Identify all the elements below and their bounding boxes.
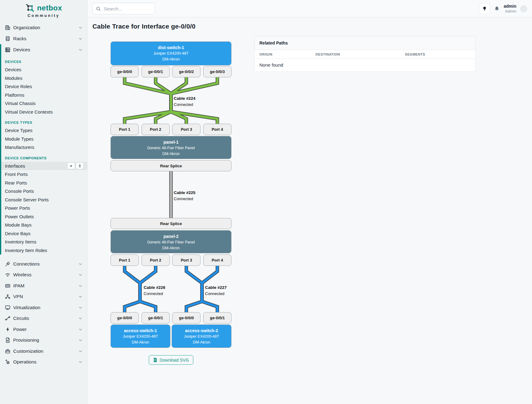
- user-menu[interactable]: admin Admin: [504, 4, 516, 14]
- node-panel-1[interactable]: panel-1 Generic 48-Pair Fiber Panel DM-A…: [111, 136, 231, 159]
- column-header-segments: SEGMENTS: [405, 52, 470, 56]
- port-ge-0-0-3[interactable]: ge-0/0/3: [203, 66, 231, 77]
- sub-item-label: Inventory Item Roles: [5, 248, 47, 253]
- sidebar-item-device-roles[interactable]: Device Roles: [1, 82, 87, 91]
- port-asw2-ge-0-0-1[interactable]: ge-0/0/1: [203, 312, 231, 324]
- cable-226-label: Cable #226 Connected: [144, 285, 165, 297]
- cable-link[interactable]: Cable #224: [174, 95, 196, 102]
- sidebar-item-platforms[interactable]: Platforms: [1, 91, 87, 99]
- port-ge-0-0-1[interactable]: ge-0/0/1: [142, 66, 170, 77]
- cable-link[interactable]: Cable #226: [144, 285, 165, 291]
- theme-toggle-button[interactable]: [479, 3, 490, 14]
- download-svg-label: Download SVG: [160, 358, 189, 363]
- rack-icon: [5, 36, 10, 41]
- sidebar-item-inventory-items[interactable]: Inventory Items: [1, 238, 87, 246]
- sidebar-item-provisioning[interactable]: Provisioning: [0, 335, 87, 346]
- sidebar-item-operations[interactable]: Operations: [0, 357, 87, 368]
- port-label: Port 3: [181, 127, 192, 132]
- related-paths-column-headers: ORIGIN DESTINATION SEGMENTS: [254, 50, 475, 59]
- node-dist-switch-1[interactable]: dist-switch-1 Juniper EX4200-48T DM-Akro…: [111, 41, 231, 65]
- sidebar-item-virtual-chassis[interactable]: Virtual Chassis: [1, 99, 87, 108]
- page-title: Cable Trace for Interface ge-0/0/0: [92, 23, 196, 30]
- sidebar-item-label: Operations: [13, 359, 37, 365]
- port-label: ge-0/0/1: [148, 316, 163, 320]
- import-button[interactable]: [76, 162, 83, 169]
- sidebar-item-devices-list[interactable]: Devices: [1, 65, 87, 74]
- gear-icon: [5, 359, 10, 365]
- sidebar-item-racks[interactable]: Racks: [0, 33, 87, 44]
- sidebar-item-power[interactable]: Power: [0, 324, 87, 335]
- sidebar-item-modules[interactable]: Modules: [1, 74, 87, 83]
- column-header-destination: DESTINATION: [316, 52, 405, 56]
- node-panel-2[interactable]: panel-2 Generic 48-Pair Fiber Panel DM-A…: [111, 230, 231, 253]
- port-label: ge-0/0/3: [210, 69, 225, 74]
- node-site: DM-Akron: [111, 340, 170, 345]
- sidebar-item-module-types[interactable]: Module Types: [1, 135, 87, 143]
- sidebar-item-organization[interactable]: Organization: [0, 22, 87, 33]
- sidebar-item-console-server-ports[interactable]: Console Server Ports: [1, 196, 87, 204]
- search-box[interactable]: [92, 3, 155, 14]
- search-input[interactable]: [104, 6, 150, 11]
- sidebar-item-virtual-device-contexts[interactable]: Virtual Device Contexts: [1, 108, 87, 116]
- add-button[interactable]: +: [67, 162, 75, 169]
- port-panel1-port1[interactable]: Port 1: [111, 124, 139, 135]
- sidebar-item-customization[interactable]: Customization: [0, 346, 87, 357]
- port-panel1-port4[interactable]: Port 4: [203, 124, 231, 135]
- sidebar-item-vpn[interactable]: VPN: [0, 291, 87, 302]
- app-window: netbox Community Organization Racks: [0, 0, 532, 404]
- port-asw2-ge-0-0-0[interactable]: ge-0/0/0: [172, 312, 200, 324]
- sidebar-item-label: IPAM: [13, 283, 25, 289]
- sidebar-item-ipam[interactable]: IPAM: [0, 280, 87, 291]
- port-label: ge-0/0/0: [117, 69, 132, 74]
- port-asw1-ge-0-0-0[interactable]: ge-0/0/0: [111, 312, 139, 324]
- port-panel2-port1[interactable]: Port 1: [111, 254, 139, 266]
- section-heading-device-components: DEVICE COMPONENTS: [1, 156, 87, 160]
- node-name: panel-1: [111, 139, 231, 145]
- sidebar-item-inventory-item-roles[interactable]: Inventory Item Roles: [1, 246, 87, 255]
- sidebar-item-console-ports[interactable]: Console Ports: [1, 187, 87, 196]
- port-asw1-ge-0-0-1[interactable]: ge-0/0/1: [142, 312, 170, 324]
- sidebar-item-power-ports[interactable]: Power Ports: [1, 204, 87, 212]
- document-icon: [5, 337, 10, 343]
- port-panel1-port2[interactable]: Port 2: [142, 124, 170, 135]
- network-nodes-icon: [5, 294, 10, 299]
- cable-link[interactable]: Cable #225: [174, 190, 196, 196]
- logo-wrap: netbox Community: [0, 0, 87, 18]
- port-ge-0-0-2[interactable]: ge-0/0/2: [172, 66, 200, 77]
- port-panel2-port4[interactable]: Port 4: [203, 254, 231, 266]
- port-panel1-rear-splice[interactable]: Rear Splice: [111, 160, 231, 171]
- avatar[interactable]: [520, 6, 527, 12]
- interfaces-quick-actions: +: [67, 162, 83, 169]
- sidebar-item-circuits[interactable]: Circuits: [0, 313, 87, 324]
- sidebar-item-devices[interactable]: Devices: [1, 44, 87, 55]
- port-ge-0-0-0[interactable]: ge-0/0/0: [111, 66, 139, 77]
- netbox-logo[interactable]: netbox: [0, 3, 87, 13]
- port-panel1-port3[interactable]: Port 3: [172, 124, 200, 135]
- sidebar-item-label: Power: [13, 327, 27, 332]
- cable-link[interactable]: Cable #227: [205, 285, 227, 291]
- download-svg-button[interactable]: Download SVG: [149, 355, 193, 365]
- port-label: Port 1: [119, 127, 130, 132]
- cable-status: Connected: [174, 102, 196, 108]
- sidebar-item-rear-ports[interactable]: Rear Ports: [1, 179, 87, 187]
- sidebar-item-device-bays[interactable]: Device Bays: [1, 229, 87, 238]
- notifications-button[interactable]: [494, 6, 500, 12]
- port-panel2-port3[interactable]: Port 3: [172, 254, 200, 266]
- sidebar-item-label: Wireless: [13, 272, 31, 278]
- node-access-switch-1[interactable]: access-switch-1 Juniper EX4200-48T DM-Ak…: [111, 324, 170, 348]
- sidebar-item-power-outlets[interactable]: Power Outlets: [1, 212, 87, 221]
- sidebar-item-module-bays[interactable]: Module Bays: [1, 221, 87, 229]
- sidebar-item-front-ports[interactable]: Front Ports: [1, 170, 87, 179]
- node-access-switch-2[interactable]: access-switch-2 Juniper EX4200-48T DM-Ak…: [172, 324, 231, 348]
- sidebar-item-wireless[interactable]: Wireless: [0, 270, 87, 281]
- sidebar-item-device-types[interactable]: Device Types: [1, 126, 87, 135]
- cable-status: Connected: [174, 196, 196, 202]
- port-panel2-port2[interactable]: Port 2: [142, 254, 170, 266]
- sidebar-item-label: Devices: [13, 47, 30, 52]
- sidebar-item-manufacturers[interactable]: Manufacturers: [1, 143, 87, 152]
- sidebar-item-virtualization[interactable]: Virtualization: [0, 302, 87, 313]
- sidebar-item-interfaces[interactable]: Interfaces +: [1, 162, 87, 170]
- section-heading-devices: DEVICES: [1, 60, 87, 64]
- sidebar-item-connections[interactable]: Connections: [0, 258, 87, 270]
- port-panel2-rear-splice[interactable]: Rear Splice: [111, 218, 231, 229]
